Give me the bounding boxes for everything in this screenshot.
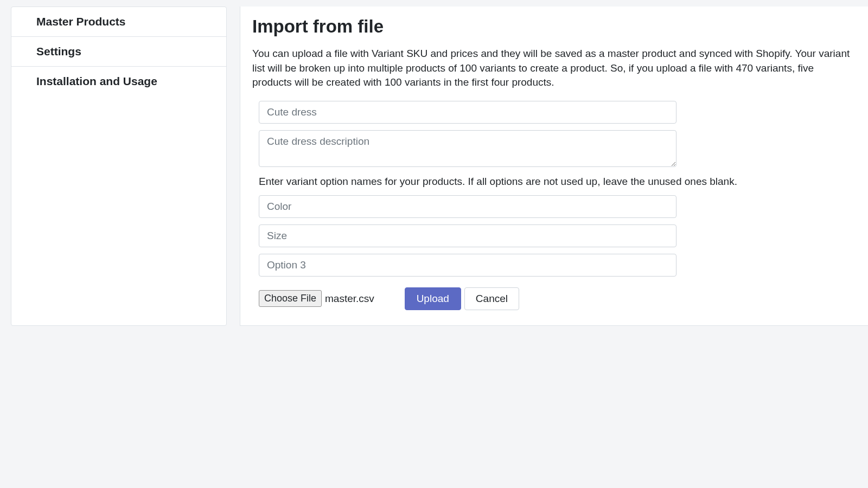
- product-description-input[interactable]: Cute dress description: [259, 130, 676, 167]
- sidebar-item-label: Master Products: [36, 15, 126, 28]
- action-row: Choose File master.csv Upload Cancel: [259, 287, 676, 310]
- cancel-button[interactable]: Cancel: [464, 287, 519, 310]
- sidebar-item-installation-usage[interactable]: Installation and Usage: [11, 67, 226, 96]
- sidebar-item-master-products[interactable]: Master Products: [11, 7, 226, 37]
- page-description: You can upload a file with Variant SKU a…: [252, 47, 856, 90]
- sidebar-item-settings[interactable]: Settings: [11, 37, 226, 67]
- main-panel: Import from file You can upload a file w…: [240, 7, 868, 326]
- choose-file-button[interactable]: Choose File: [259, 290, 322, 307]
- file-picker-group: Choose File master.csv: [259, 290, 374, 307]
- product-name-input[interactable]: [259, 101, 676, 124]
- option3-input[interactable]: [259, 254, 676, 277]
- sidebar-nav: Master Products Settings Installation an…: [11, 7, 227, 326]
- option-helper-text: Enter variant option names for your prod…: [259, 176, 856, 188]
- app-layout: Master Products Settings Installation an…: [0, 0, 868, 326]
- page-title: Import from file: [252, 16, 856, 37]
- import-form: Cute dress description Enter variant opt…: [252, 101, 856, 310]
- option2-input[interactable]: [259, 224, 676, 247]
- option1-input[interactable]: [259, 195, 676, 218]
- selected-file-name: master.csv: [325, 293, 374, 305]
- submit-button-group: Upload Cancel: [405, 287, 519, 310]
- sidebar-item-label: Installation and Usage: [36, 75, 157, 87]
- upload-button[interactable]: Upload: [405, 287, 461, 310]
- sidebar-item-label: Settings: [36, 45, 81, 57]
